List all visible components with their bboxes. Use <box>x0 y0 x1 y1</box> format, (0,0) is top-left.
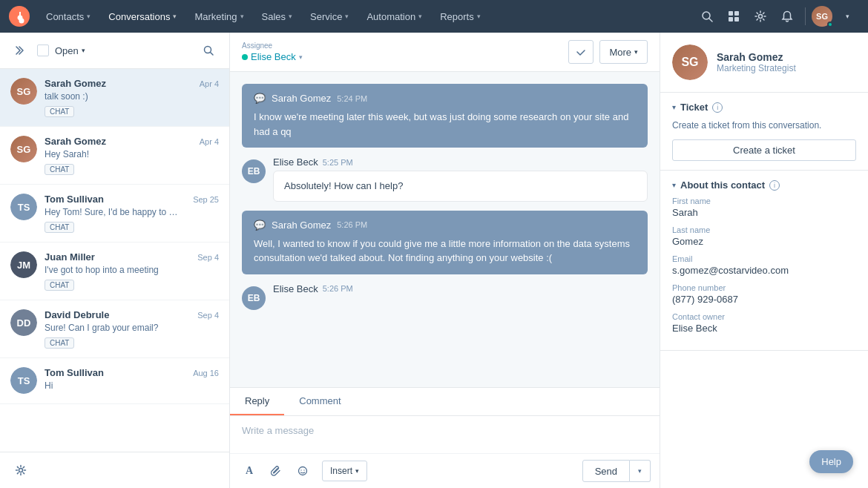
assignee-label: Assignee <box>242 42 303 50</box>
notifications-icon-button[interactable] <box>775 4 799 28</box>
nav-divider <box>805 7 806 25</box>
message-input[interactable]: Write a message <box>230 416 660 453</box>
chat-header: Assignee Elise Beck ▾ More ▾ <box>230 33 660 72</box>
conversation-date: Sep 4 <box>197 311 219 320</box>
field-contact-owner: Contact owner Elise Beck <box>672 312 856 334</box>
contact-name: Sarah Gomez <box>717 51 856 63</box>
comment-tab[interactable]: Comment <box>284 388 355 415</box>
info-icon[interactable]: i <box>769 180 780 191</box>
field-first-name: First name Sarah <box>672 197 856 218</box>
reply-toolbar: A Insert ▾ Send ▾ <box>230 453 660 488</box>
nav-reports[interactable]: Reports ▾ <box>433 7 488 27</box>
conversation-item[interactable]: SG Sarah Gomez Apr 4 talk soon :) CHAT <box>0 69 229 127</box>
send-button[interactable]: Send <box>582 460 630 482</box>
svg-rect-7 <box>734 17 739 22</box>
message-timestamp: 5:25 PM <box>323 158 353 167</box>
conversation-preview: Hey Tom! Sure, I'd be happy to he... <box>45 207 178 217</box>
hubspot-logo[interactable] <box>9 6 30 27</box>
conversation-item[interactable]: JM Juan Miller Sep 4 I've got to hop int… <box>0 243 229 300</box>
create-ticket-button[interactable]: Create a ticket <box>672 139 856 161</box>
nav-contacts[interactable]: Contacts ▾ <box>39 7 98 27</box>
text-format-button[interactable]: A <box>239 461 260 481</box>
status-filter-caret: ▾ <box>82 47 85 54</box>
search-icon-button[interactable] <box>695 4 719 28</box>
resolve-button[interactable] <box>568 40 594 64</box>
conversation-date: Apr 4 <box>200 79 219 88</box>
svg-point-13 <box>300 469 301 470</box>
nav-marketing[interactable]: Marketing ▾ <box>187 7 251 27</box>
conversation-date: Aug 16 <box>193 369 219 377</box>
sidebar-footer <box>0 452 229 488</box>
avatar: EB <box>242 286 266 310</box>
chevron-down-icon: ▾ <box>418 13 422 20</box>
chat-tag: CHAT <box>45 106 74 117</box>
field-last-name: Last name Gomez <box>672 225 856 247</box>
message-placeholder: Write a message <box>242 425 314 436</box>
avatar: EB <box>242 159 266 183</box>
attachment-button[interactable] <box>266 461 286 481</box>
emoji-button[interactable] <box>292 461 313 481</box>
about-section-header[interactable]: ▾ About this contact i <box>672 179 856 191</box>
info-icon[interactable]: i <box>712 102 723 113</box>
nav-service[interactable]: Service ▾ <box>303 7 356 27</box>
nav-conversations[interactable]: Conversations ▾ <box>101 7 184 27</box>
online-status-dot <box>242 54 248 60</box>
ticket-section-header[interactable]: ▾ Ticket i <box>672 102 856 113</box>
chat-tag: CHAT <box>45 164 74 175</box>
chat-tag: CHAT <box>45 222 74 233</box>
conversation-item[interactable]: TS Tom Sullivan Aug 16 Hi <box>0 358 229 404</box>
conversation-preview: talk soon :) <box>45 91 178 102</box>
message-sender-name: Elise Beck <box>273 283 318 294</box>
send-options-button[interactable]: ▾ <box>630 460 651 482</box>
about-contact-section: ▾ About this contact i First name Sarah … <box>660 171 868 351</box>
ticket-section: ▾ Ticket i Create a ticket from this con… <box>660 93 868 171</box>
message-bubble-customer: 💬 Sarah Gomez 5:24 PM I know we're meeti… <box>242 84 648 148</box>
chat-panel: Assignee Elise Beck ▾ More ▾ <box>230 33 660 488</box>
help-button[interactable]: Help <box>809 450 853 473</box>
conversation-preview: Sure! Can I grab your email? <box>45 323 178 333</box>
ticket-description: Create a ticket from this conversation. <box>672 119 856 132</box>
svg-line-10 <box>211 53 214 56</box>
contact-name: Sarah Gomez <box>45 136 106 147</box>
svg-point-11 <box>19 469 23 472</box>
user-menu-caret[interactable]: ▾ <box>835 4 859 28</box>
message-row-agent: EB Elise Beck 5:26 PM <box>242 283 648 310</box>
select-all-checkbox[interactable] <box>37 44 49 56</box>
conversations-sidebar: Open ▾ SG Sarah Gomez Apr 4 talk soon :) <box>0 33 230 488</box>
conversation-item[interactable]: SG Sarah Gomez Apr 4 Hey Sarah! CHAT <box>0 127 229 185</box>
sidebar-search-button[interactable] <box>198 40 219 61</box>
conversation-item[interactable]: DD David Debrule Sep 4 Sure! Can I grab … <box>0 300 229 358</box>
nav-automation[interactable]: Automation ▾ <box>359 7 430 27</box>
user-status-dot <box>827 22 833 27</box>
avatar: SG <box>10 136 37 162</box>
nav-sales[interactable]: Sales ▾ <box>254 7 300 27</box>
insert-button[interactable]: Insert ▾ <box>322 461 367 481</box>
marketplace-icon-button[interactable] <box>722 4 746 28</box>
avatar: TS <box>10 194 37 220</box>
message-sender-name: Sarah Gomez <box>272 220 331 231</box>
chevron-down-icon: ▾ <box>477 13 481 20</box>
status-filter[interactable]: Open ▾ <box>55 45 85 56</box>
conversation-preview: I've got to hop into a meeting <box>45 265 178 275</box>
conversation-date: Sep 4 <box>197 253 219 262</box>
user-avatar[interactable]: SG <box>812 6 832 27</box>
svg-point-14 <box>303 469 304 470</box>
contact-name: David Debrule <box>45 309 109 320</box>
more-caret-icon: ▾ <box>634 48 638 56</box>
assignee-selector[interactable]: Elise Beck ▾ <box>242 51 303 62</box>
about-section-title: About this contact <box>680 179 765 191</box>
chevron-icon: ▾ <box>672 181 676 189</box>
chat-tag: CHAT <box>45 337 74 349</box>
chevron-icon: ▾ <box>672 103 676 111</box>
message-timestamp: 5:26 PM <box>323 284 353 293</box>
more-actions-button[interactable]: More ▾ <box>599 40 648 64</box>
sidebar-collapse-button[interactable] <box>10 40 31 61</box>
inbox-settings-button[interactable] <box>10 460 31 481</box>
conversation-item[interactable]: TS Tom Sullivan Sep 25 Hey Tom! Sure, I'… <box>0 185 229 243</box>
message-timestamp: 5:26 PM <box>337 220 367 229</box>
field-email: Email s.gomez@costarvideo.com <box>672 254 856 276</box>
message-row-agent: EB Elise Beck 5:25 PM Absolutely! How ca… <box>242 156 648 202</box>
reply-area: Reply Comment Write a message A Insert ▾ <box>230 387 660 488</box>
settings-icon-button[interactable] <box>749 4 772 28</box>
reply-tab[interactable]: Reply <box>230 388 284 415</box>
